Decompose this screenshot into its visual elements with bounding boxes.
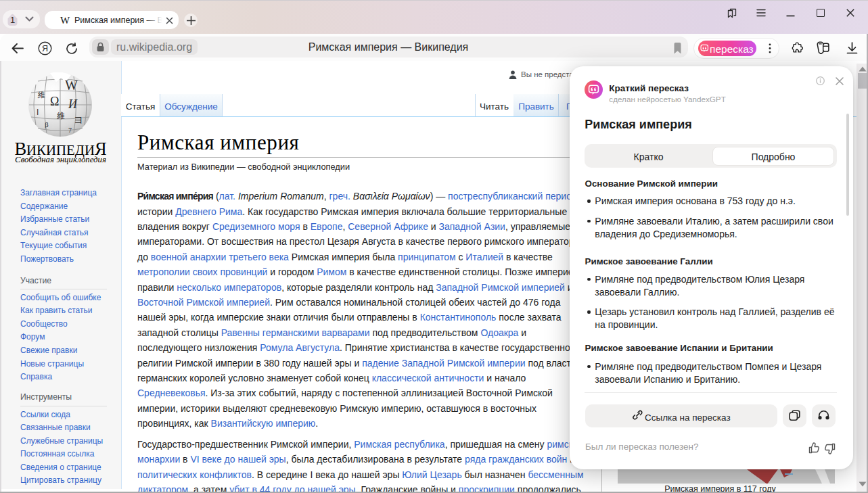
svg-text:Я: Я — [42, 44, 48, 53]
svg-text:1: 1 — [10, 15, 15, 25]
